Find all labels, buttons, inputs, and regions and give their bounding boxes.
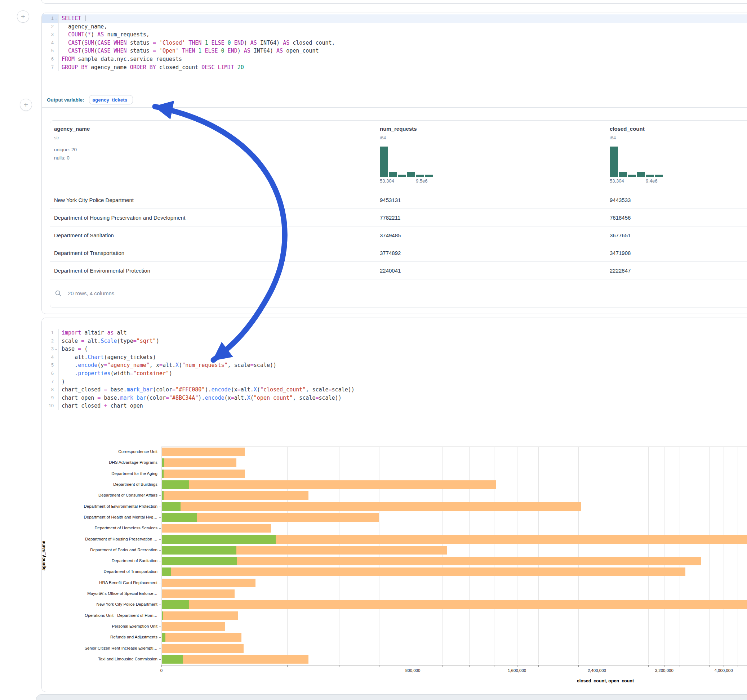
column-type: i64 <box>610 135 616 140</box>
column-header: num_requests <box>380 126 417 132</box>
column-histogram <box>380 146 433 177</box>
code-line: 5 .encode(y="agency_name", x=alt.X("num_… <box>42 361 747 370</box>
table-cell: 3774892 <box>380 244 401 262</box>
table-row[interactable]: Department of Environmental Protection22… <box>50 261 747 279</box>
column-stat: nulls: 0 <box>54 155 70 161</box>
table-cell: New York City Police Department <box>54 191 134 209</box>
python-editor[interactable]: 1import altair as alt2scale = alt.Scale(… <box>42 327 747 410</box>
table-cell: 3677651 <box>610 226 631 244</box>
code-line: 4 CAST(SUM(CASE WHEN status = 'Closed' T… <box>42 39 747 47</box>
code-line: 7GROUP BY agency_name ORDER BY closed_co… <box>42 63 747 72</box>
result-table: 20 rows, 4 columns agency_namestrunique:… <box>50 120 747 308</box>
column-header: closed_count <box>610 126 645 132</box>
code-line: 8chart_closed = base.mark_bar(color="#FF… <box>42 386 747 394</box>
table-cell: 2222847 <box>610 262 631 279</box>
code-line: 10chart_closed + chart_open <box>42 402 747 410</box>
column-header: agency_name <box>54 126 90 132</box>
table-cell: 3471908 <box>610 244 631 262</box>
code-line: 1import altair as alt <box>42 329 747 337</box>
code-line: 2scale = alt.Scale(type="sqrt") <box>42 337 747 345</box>
histogram-min-label: 53,304 <box>610 178 624 184</box>
table-row-count: 20 rows, 4 columns <box>68 290 114 296</box>
fold-chevron-icon[interactable]: ⌄ <box>54 345 58 353</box>
column-type: str <box>54 135 59 140</box>
table-cell: 7782211 <box>380 209 400 226</box>
notebook-cell-python: 1import altair as alt2scale = alt.Scale(… <box>41 318 747 692</box>
histogram-max-label: 9.4e6 <box>646 178 658 184</box>
histogram-max-label: 9.5e6 <box>416 178 428 184</box>
table-row[interactable]: Department of Housing Preservation and D… <box>50 208 747 226</box>
code-line: 4 alt.Chart(agency_tickets) <box>42 353 747 362</box>
table-cell: Department of Sanitation <box>54 226 114 244</box>
table-cell: 9453131 <box>380 191 401 209</box>
next-cell-bar <box>36 694 747 700</box>
code-line: 5 CAST(SUM(CASE WHEN status = 'Open' THE… <box>42 47 747 55</box>
table-cell: 3749485 <box>380 226 401 244</box>
search-icon[interactable] <box>55 290 62 297</box>
code-line: 3⌄base = ( <box>42 345 747 353</box>
output-variable-strip: Output variable: agency_tickets <box>42 92 747 108</box>
column-histogram <box>610 146 663 177</box>
code-line: 1⌄SELECT <box>42 14 747 23</box>
code-line: 6FROM sample_data.nyc.service_requests <box>42 55 747 63</box>
table-row[interactable]: Department of Sanitation37494853677651 <box>50 226 747 244</box>
previous-cell-fragment <box>41 0 747 4</box>
code-line: 9chart_open = base.mark_bar(color="#8BC3… <box>42 394 747 402</box>
table-cell: Department of Housing Preservation and D… <box>54 209 185 226</box>
histogram-min-label: 53,304 <box>380 178 394 184</box>
code-line: 7) <box>42 378 747 386</box>
code-line: 3 COUNT(*) AS num_requests, <box>42 31 747 39</box>
table-cell: 7618456 <box>610 209 631 226</box>
output-variable-pill[interactable]: agency_tickets <box>89 95 133 104</box>
column-type: i64 <box>380 135 386 140</box>
notebook-cell-sql: 1⌄SELECT 2 agency_name,3 COUNT(*) AS num… <box>41 13 747 314</box>
add-cell-button[interactable]: + <box>17 11 29 23</box>
sql-editor[interactable]: 1⌄SELECT 2 agency_name,3 COUNT(*) AS num… <box>42 13 747 71</box>
table-cell: Department of Transportation <box>54 244 124 262</box>
output-variable-label: Output variable: <box>47 97 84 103</box>
table-row[interactable]: Department of Transportation377489234719… <box>50 244 747 262</box>
column-stat: unique: 20 <box>54 147 77 152</box>
table-cell: 9443533 <box>610 191 631 209</box>
table-footer: 20 rows, 4 columns <box>50 279 747 307</box>
table-cell: 2240041 <box>380 262 401 279</box>
code-line: 6 .properties(width="container") <box>42 370 747 378</box>
add-cell-button[interactable]: + <box>20 99 32 111</box>
table-cell: Department of Environmental Protection <box>54 262 150 279</box>
table-row[interactable]: New York City Police Department945313194… <box>50 191 747 209</box>
code-line: 2 agency_name, <box>42 23 747 31</box>
fold-chevron-icon[interactable]: ⌄ <box>54 14 58 23</box>
